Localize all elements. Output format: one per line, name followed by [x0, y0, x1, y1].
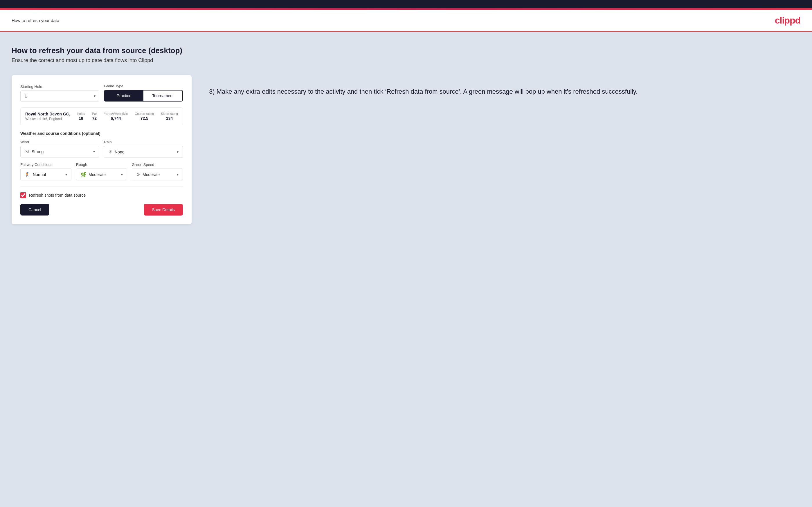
- surface-conditions-row: Fairway Conditions 🏌 Normal ▾ Rough 🌿 Mo…: [20, 162, 183, 180]
- top-bar: [0, 0, 812, 8]
- cancel-button[interactable]: Cancel: [20, 204, 49, 216]
- side-info: 3) Make any extra edits necessary to the…: [209, 75, 800, 96]
- fairway-select[interactable]: 🏌 Normal ▾: [20, 169, 71, 180]
- rain-select[interactable]: ☀ None ▾: [104, 146, 183, 158]
- stat-holes: Holes 18: [77, 112, 85, 121]
- conditions-label: Weather and course conditions (optional): [20, 131, 183, 136]
- stat-par-value: 72: [92, 116, 97, 121]
- rain-icon: ☀: [108, 149, 112, 155]
- tournament-button[interactable]: Tournament: [143, 91, 182, 101]
- green-speed-value: Moderate: [143, 172, 177, 177]
- course-info: Royal North Devon GC, Westward Ho!, Engl…: [25, 112, 70, 121]
- green-speed-group: Green Speed ⚙ Moderate ▾: [132, 162, 183, 180]
- green-speed-label: Green Speed: [132, 162, 183, 167]
- top-fields-row: Starting Hole 1 ▾ Game Type Practice Tou…: [20, 84, 183, 102]
- rain-group: Rain ☀ None ▾: [104, 140, 183, 158]
- stat-course-rating-label: Course rating: [135, 112, 154, 115]
- stat-slope-value: 134: [161, 116, 178, 121]
- rain-value: None: [115, 150, 177, 154]
- rough-icon: 🌿: [81, 172, 86, 177]
- form-panel: Starting Hole 1 ▾ Game Type Practice Tou…: [12, 75, 192, 224]
- rough-label: Rough: [76, 162, 127, 167]
- wind-label: Wind: [20, 140, 99, 144]
- course-name: Royal North Devon GC,: [25, 112, 70, 116]
- wind-chevron-icon: ▾: [93, 150, 95, 154]
- green-speed-select[interactable]: ⚙ Moderate ▾: [132, 169, 183, 180]
- footer: Copyright Clippd 2022: [0, 504, 812, 507]
- green-speed-icon: ⚙: [136, 172, 140, 177]
- wind-select[interactable]: 🌬 Strong ▾: [20, 146, 99, 158]
- fairway-group: Fairway Conditions 🏌 Normal ▾: [20, 162, 71, 180]
- game-type-group: Game Type Practice Tournament: [104, 84, 183, 102]
- stat-par: Par 72: [92, 112, 97, 121]
- rough-value: Moderate: [89, 172, 121, 177]
- logo: clippd: [775, 15, 800, 26]
- main-content: How to refresh your data from source (de…: [0, 32, 812, 504]
- refresh-checkbox-row: Refresh shots from data source: [20, 192, 183, 198]
- rain-chevron-icon: ▾: [177, 150, 179, 154]
- stat-slope-label: Slope rating: [161, 112, 178, 115]
- course-stats: Holes 18 Par 72 Yards/White (M)) 6,744 C…: [77, 112, 178, 121]
- game-type-label: Game Type: [104, 84, 183, 88]
- side-info-text: 3) Make any extra edits necessary to the…: [209, 87, 800, 96]
- stat-course-rating: Course rating 72.5: [135, 112, 154, 121]
- rough-chevron-icon: ▾: [121, 173, 123, 177]
- stat-yards-label: Yards/White (M)): [104, 112, 128, 115]
- header: How to refresh your data clippd: [0, 10, 812, 32]
- stat-yards: Yards/White (M)) 6,744: [104, 112, 128, 121]
- fairway-icon: 🏌: [25, 172, 31, 177]
- green-speed-chevron-icon: ▾: [177, 173, 179, 177]
- stat-yards-value: 6,744: [104, 116, 128, 121]
- fairway-value: Normal: [33, 172, 65, 177]
- wind-icon: 🌬: [25, 149, 29, 154]
- header-title: How to refresh your data: [12, 18, 59, 23]
- divider: [20, 186, 183, 186]
- page-title: How to refresh your data from source (de…: [12, 46, 800, 55]
- course-location: Westward Ho!, England: [25, 117, 70, 121]
- course-card: Royal North Devon GC, Westward Ho!, Engl…: [20, 107, 183, 125]
- starting-hole-group: Starting Hole 1 ▾: [20, 84, 99, 102]
- content-area: Starting Hole 1 ▾ Game Type Practice Tou…: [12, 75, 800, 224]
- starting-hole-select[interactable]: 1: [20, 91, 99, 101]
- refresh-checkbox-label[interactable]: Refresh shots from data source: [29, 193, 86, 198]
- rain-label: Rain: [104, 140, 183, 144]
- action-row: Cancel Save Details: [20, 204, 183, 216]
- stat-par-label: Par: [92, 112, 97, 115]
- stat-holes-value: 18: [77, 116, 85, 121]
- rough-select[interactable]: 🌿 Moderate ▾: [76, 169, 127, 180]
- wind-rain-row: Wind 🌬 Strong ▾ Rain ☀ None ▾: [20, 140, 183, 158]
- stat-holes-label: Holes: [77, 112, 85, 115]
- page-subtitle: Ensure the correct and most up to date d…: [12, 57, 800, 63]
- save-button[interactable]: Save Details: [144, 204, 183, 216]
- refresh-checkbox[interactable]: [20, 192, 26, 198]
- stat-course-rating-value: 72.5: [135, 116, 154, 121]
- wind-group: Wind 🌬 Strong ▾: [20, 140, 99, 158]
- rough-group: Rough 🌿 Moderate ▾: [76, 162, 127, 180]
- fairway-label: Fairway Conditions: [20, 162, 71, 167]
- starting-hole-select-wrapper[interactable]: 1 ▾: [20, 91, 99, 102]
- starting-hole-label: Starting Hole: [20, 84, 99, 89]
- practice-button[interactable]: Practice: [104, 91, 143, 101]
- fairway-chevron-icon: ▾: [65, 173, 67, 177]
- game-type-toggle: Practice Tournament: [104, 90, 183, 102]
- wind-value: Strong: [32, 149, 93, 154]
- conditions-section: Weather and course conditions (optional)…: [20, 131, 183, 180]
- stat-slope: Slope rating 134: [161, 112, 178, 121]
